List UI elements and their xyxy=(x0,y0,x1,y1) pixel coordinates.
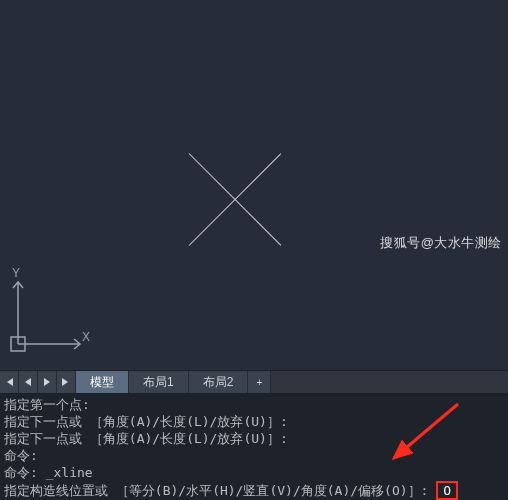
tab-add[interactable]: + xyxy=(248,371,271,393)
drawing-canvas[interactable]: X Y 搜狐号@大水牛测绘 xyxy=(0,0,508,370)
command-panel[interactable]: 指定第一个点: 指定下一点或 ［角度(A)/长度(L)/放弃(U)］: 指定下一… xyxy=(0,394,508,500)
tab-nav-last[interactable] xyxy=(57,371,76,393)
cmd-input-offset-option[interactable]: O xyxy=(436,481,458,500)
annotation-arrow xyxy=(380,400,470,470)
ucs-svg xyxy=(6,272,90,356)
cmd-text: 指定构造线位置或 ［等分(B)/水平(H)/竖直(V)/角度(A)/偏移(O)］… xyxy=(4,483,428,498)
nav-next-icon xyxy=(43,377,51,387)
tab-nav-next[interactable] xyxy=(38,371,57,393)
nav-prev-icon xyxy=(24,377,32,387)
tab-model[interactable]: 模型 xyxy=(76,371,129,393)
axis-x-label: X xyxy=(82,330,90,344)
nav-last-icon xyxy=(61,377,71,387)
axis-y-label: Y xyxy=(12,266,20,280)
cmd-line: 指定构造线位置或 ［等分(B)/水平(H)/竖直(V)/角度(A)/偏移(O)］… xyxy=(4,481,504,500)
layout-tabstrip: 模型 布局1 布局2 + xyxy=(0,370,508,394)
tab-nav-first[interactable] xyxy=(0,371,19,393)
ucs-icon: X Y xyxy=(6,272,90,356)
svg-line-3 xyxy=(394,404,458,458)
tab-layout2[interactable]: 布局2 xyxy=(189,371,249,393)
nav-first-icon xyxy=(4,377,14,387)
tab-layout1[interactable]: 布局1 xyxy=(129,371,189,393)
watermark: 搜狐号@大水牛测绘 xyxy=(380,234,502,252)
tab-nav-prev[interactable] xyxy=(19,371,38,393)
